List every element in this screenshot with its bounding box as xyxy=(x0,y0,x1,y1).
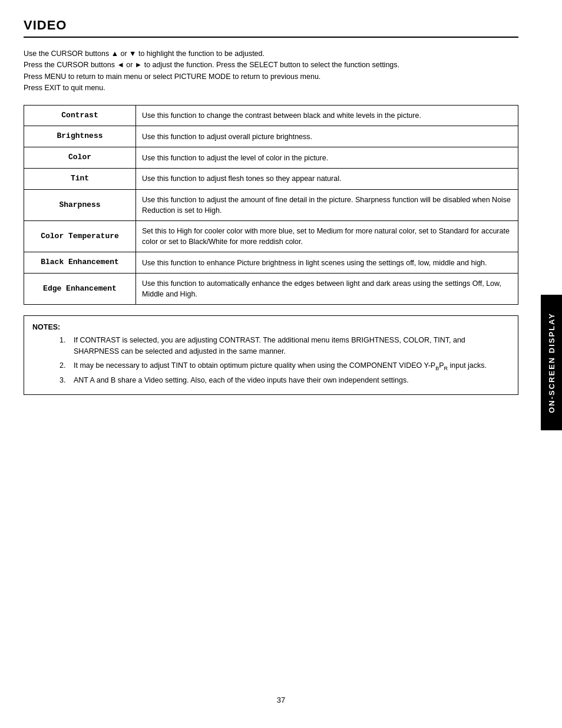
table-row: SharpnessUse this function to adjust the… xyxy=(24,189,518,220)
table-row: Color TemperatureSet this to High for co… xyxy=(24,221,518,252)
intro-line-3: Press MENU to return to main menu or sel… xyxy=(24,71,518,83)
notes-box: NOTES: 1.If CONTRAST is selected, you ar… xyxy=(24,315,518,395)
feature-description: Use this function to adjust flesh tones … xyxy=(136,169,518,190)
feature-description: Use this function to adjust the level of… xyxy=(136,147,518,169)
notes-content: It may be necessary to adjust TINT to ob… xyxy=(74,360,510,373)
table-row: Black EnhancementUse this function to en… xyxy=(24,252,518,274)
feature-table: ContrastUse this function to change the … xyxy=(24,105,518,305)
feature-label: Brightness xyxy=(24,126,136,147)
feature-label: Sharpness xyxy=(24,189,136,220)
notes-content: If CONTRAST is selected, you are adjusti… xyxy=(74,335,510,358)
table-row: BrightnessUse this function to adjust ov… xyxy=(24,126,518,147)
feature-label: Black Enhancement xyxy=(24,252,136,274)
feature-description: Use this function to enhance Picture bri… xyxy=(136,252,518,274)
page-title: VIDEO xyxy=(24,18,518,38)
intro-line-4: Press EXIT to quit menu. xyxy=(24,83,518,94)
notes-title: NOTES: xyxy=(32,323,60,331)
feature-description: Set this to High for cooler color with m… xyxy=(136,221,518,252)
table-row: ColorUse this function to adjust the lev… xyxy=(24,147,518,169)
sidebar-panel: ON-SCREEN DISPLAY xyxy=(541,295,562,430)
notes-list: 1.If CONTRAST is selected, you are adjus… xyxy=(32,335,510,387)
table-row: ContrastUse this function to change the … xyxy=(24,105,518,126)
notes-item: 2.It may be necessary to adjust TINT to … xyxy=(32,360,510,373)
notes-item: 3.ANT A and B share a Video setting. Als… xyxy=(32,375,510,386)
intro-line-2: Press the CURSOR buttons ◄ or ► to adjus… xyxy=(24,60,518,71)
intro-text: Use the CURSOR buttons ▲ or ▼ to highlig… xyxy=(24,48,518,94)
intro-line-1: Use the CURSOR buttons ▲ or ▼ to highlig… xyxy=(24,48,518,60)
notes-number: 3. xyxy=(59,375,70,386)
feature-description: Use this function to adjust the amount o… xyxy=(136,189,518,220)
feature-label: Tint xyxy=(24,169,136,190)
feature-label: Edge Enhancement xyxy=(24,274,136,305)
notes-number: 2. xyxy=(59,360,70,373)
feature-description: Use this function to change the contrast… xyxy=(136,105,518,126)
notes-number: 1. xyxy=(59,335,70,358)
feature-description: Use this function to adjust overall pict… xyxy=(136,126,518,147)
table-row: Edge EnhancementUse this function to aut… xyxy=(24,274,518,305)
feature-label: Contrast xyxy=(24,105,136,126)
table-row: TintUse this function to adjust flesh to… xyxy=(24,169,518,190)
notes-content: ANT A and B share a Video setting. Also,… xyxy=(74,375,510,386)
feature-description: Use this function to automatically enhan… xyxy=(136,274,518,305)
notes-item: 1.If CONTRAST is selected, you are adjus… xyxy=(32,335,510,358)
page-number: 37 xyxy=(277,696,285,704)
sidebar-label: ON-SCREEN DISPLAY xyxy=(547,312,556,413)
feature-label: Color Temperature xyxy=(24,221,136,252)
feature-label: Color xyxy=(24,147,136,169)
